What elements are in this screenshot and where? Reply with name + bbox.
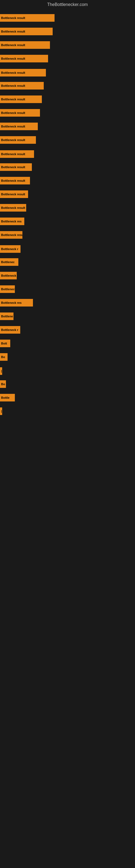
bar-item: Bottleneck result (0, 95, 42, 103)
bar-item: | (0, 367, 2, 375)
bar-item: Bottleneck result (0, 177, 30, 184)
bar-label: Bottleneck res (1, 301, 21, 304)
bar-label: Bottleneck result (1, 206, 25, 209)
bar-item: Bottleneck result (0, 28, 53, 35)
bar-item: | (0, 407, 2, 415)
bar-label: Bottleneck result (1, 111, 25, 115)
bar-label: Bo (1, 382, 5, 386)
bar-item: Bottleneck result (0, 163, 32, 171)
bar-item: Bottleneck result (0, 204, 26, 212)
bar-label: Bottlenec (1, 260, 14, 264)
bar-item: Bottlene (0, 312, 13, 320)
bar-label: Bottleneck result (1, 30, 25, 33)
bar-label: Bottleneck result (1, 98, 25, 101)
bar-item: Bottleneck r (0, 245, 20, 253)
bar-label: Bottleneck result (1, 71, 25, 74)
bar-item: Bottleneck result (0, 136, 36, 144)
bar-label: | (1, 369, 2, 373)
bar-item: Bottleneck result (0, 82, 44, 90)
bar-label: Bottleneck result (1, 233, 22, 237)
bar-label: Bottleneck result (1, 152, 25, 156)
bar-label: Bottleneck (1, 287, 15, 291)
bar-item: Bottlenec (0, 258, 18, 266)
bar-label: Bottleneck result (1, 43, 25, 46)
bar-label: Bottleneck result (1, 179, 25, 182)
bar-item: Bottleneck result (0, 231, 22, 239)
bar-label: Bottleneck r (1, 247, 18, 251)
bar-item: Bottleneck (0, 285, 15, 293)
bar-label: Bottleneck r (1, 274, 17, 277)
site-title: TheBottlenecker.com (0, 0, 135, 9)
bar-label: Bo (1, 355, 5, 359)
bar-label: Bottleneck r (1, 328, 18, 332)
bar-label: Bottleneck result (1, 125, 25, 128)
bar-item: Bottleneck result (0, 190, 28, 198)
bar-item: Bottleneck result (0, 109, 40, 117)
chart-area: Bottleneck resultBottleneck resultBottle… (0, 9, 135, 864)
bar-label: Bottle (1, 396, 9, 399)
bar-label: Bott (1, 342, 7, 345)
bar-item: Bottleneck r (0, 272, 17, 279)
bar-item: Bo (0, 353, 8, 361)
bar-item: Bottleneck result (0, 150, 34, 158)
bar-item: Bottleneck res (0, 299, 33, 307)
bar-label: Bottleneck res (1, 220, 21, 223)
bar-label: Bottleneck result (1, 16, 25, 20)
bar-item: Bottleneck result (0, 123, 38, 130)
bar-label: Bottlene (1, 315, 13, 318)
bar-item: Bottleneck result (0, 14, 54, 22)
bar-item: Bottle (0, 394, 15, 401)
bar-item: Bott (0, 340, 10, 347)
bar-label: Bottleneck result (1, 165, 25, 169)
bar-item: Bottleneck r (0, 326, 20, 334)
bar-label: | (1, 410, 2, 413)
bar-item: Bottleneck result (0, 55, 48, 62)
bar-label: Bottleneck result (1, 84, 25, 87)
bar-label: Bottleneck result (1, 138, 25, 142)
bar-label: Bottleneck result (1, 57, 25, 60)
bar-item: Bottleneck result (0, 41, 50, 49)
bar-item: Bo (0, 380, 6, 388)
bar-item: Bottleneck res (0, 218, 24, 225)
bar-item: Bottleneck result (0, 69, 46, 76)
bar-label: Bottleneck result (1, 193, 25, 196)
